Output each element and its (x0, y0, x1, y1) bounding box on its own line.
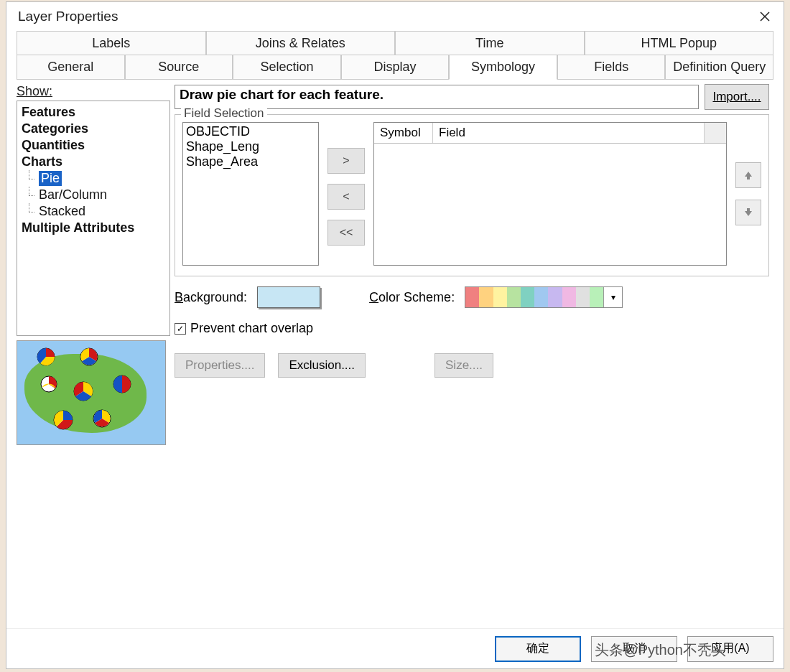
background-label: Background: (175, 290, 247, 305)
col-symbol[interactable]: Symbol (374, 123, 433, 143)
tree-quantities[interactable]: Quantities (19, 137, 168, 154)
tab-selection[interactable]: Selection (233, 55, 341, 80)
cancel-button[interactable]: 取消 (591, 636, 677, 662)
prevent-overlap-label: Prevent chart overlap (190, 321, 313, 336)
color-scheme-label: Color Scheme: (369, 290, 455, 305)
tab-definition-query[interactable]: Definition Query (665, 55, 773, 80)
list-item[interactable]: OBJECTID (186, 124, 315, 139)
symbology-panel: Show: Features Categories Quantities Cha… (17, 79, 773, 624)
field-selection-group: Field Selection OBJECTID Shape_Leng Shap… (175, 114, 769, 276)
tree-pie-label: Pie (39, 171, 62, 186)
reorder-buttons (735, 162, 761, 225)
tab-fields[interactable]: Fields (557, 55, 666, 80)
tree-features[interactable]: Features (19, 104, 168, 121)
tab-general[interactable]: General (17, 55, 125, 80)
list-item[interactable]: Shape_Leng (186, 139, 315, 154)
tab-source[interactable]: Source (125, 55, 233, 80)
show-tree[interactable]: Features Categories Quantities Charts Pi… (17, 101, 170, 336)
grid-header: Symbol Field (374, 123, 726, 144)
prevent-overlap-checkbox[interactable]: ✓ (175, 323, 186, 335)
field-selection-legend: Field Selection (181, 106, 267, 121)
dialog-buttons: 确定 取消 应用(A) (6, 628, 784, 668)
close-button[interactable] (749, 4, 781, 29)
close-icon (760, 11, 770, 22)
col-field[interactable]: Field (433, 123, 705, 143)
titlebar: Layer Properties (6, 2, 784, 31)
exclusion-button[interactable]: Exclusion.... (278, 353, 366, 378)
size-button[interactable]: Size.... (434, 353, 493, 378)
left-column: Show: Features Categories Quantities Cha… (17, 84, 170, 624)
arrow-up-icon (743, 170, 753, 180)
tabs-area: Labels Joins & Relates Time HTML Popup G… (6, 31, 784, 79)
prevent-overlap-row[interactable]: ✓ Prevent chart overlap (175, 321, 769, 336)
import-button[interactable]: Import.... (705, 84, 769, 110)
apply-button[interactable]: 应用(A) (687, 636, 773, 662)
move-buttons: > < << (327, 148, 365, 246)
tab-time[interactable]: Time (395, 31, 585, 55)
properties-button[interactable]: Properties.... (175, 353, 265, 378)
tree-pie[interactable]: Pie (19, 170, 168, 187)
tab-html-popup[interactable]: HTML Popup (585, 31, 774, 55)
tab-labels[interactable]: Labels (17, 31, 206, 55)
tree-multiple-attributes[interactable]: Multiple Attributes (19, 220, 168, 236)
move-down-button[interactable] (735, 200, 761, 225)
selected-fields-grid[interactable]: Symbol Field (373, 122, 727, 266)
ok-button[interactable]: 确定 (495, 636, 581, 662)
tree-charts[interactable]: Charts (19, 154, 168, 170)
col-spacer (705, 123, 726, 143)
symbology-preview (17, 340, 166, 445)
tab-row-top: Labels Joins & Relates Time HTML Popup (17, 31, 773, 55)
tab-joins-relates[interactable]: Joins & Relates (206, 31, 396, 55)
show-label: Show: (17, 84, 170, 99)
move-right-button[interactable]: > (327, 148, 365, 174)
tab-symbology[interactable]: Symbology (449, 55, 557, 80)
arrow-down-icon (743, 207, 753, 218)
color-scheme-dropdown[interactable]: ▾ (465, 286, 623, 308)
tree-barcolumn[interactable]: Bar/Column (19, 187, 168, 203)
background-color-button[interactable] (257, 286, 320, 308)
symbology-description: Draw pie chart for each feature. (175, 85, 699, 109)
tab-display[interactable]: Display (341, 55, 450, 80)
move-all-left-button[interactable]: << (327, 220, 365, 246)
tab-row-bottom: General Source Selection Display Symbolo… (17, 55, 773, 79)
tree-stacked[interactable]: Stacked (19, 203, 168, 220)
preview-pies-icon (17, 341, 166, 445)
tree-categories[interactable]: Categories (19, 121, 168, 137)
right-column: Draw pie chart for each feature. Import.… (175, 84, 773, 624)
list-item[interactable]: Shape_Area (186, 154, 315, 169)
available-fields-list[interactable]: OBJECTID Shape_Leng Shape_Area (182, 122, 319, 266)
move-left-button[interactable]: < (327, 184, 365, 210)
move-up-button[interactable] (735, 162, 761, 188)
chevron-down-icon: ▾ (603, 287, 622, 307)
layer-properties-dialog: Layer Properties Labels Joins & Relates … (6, 1, 784, 669)
window-title: Layer Properties (18, 9, 749, 24)
